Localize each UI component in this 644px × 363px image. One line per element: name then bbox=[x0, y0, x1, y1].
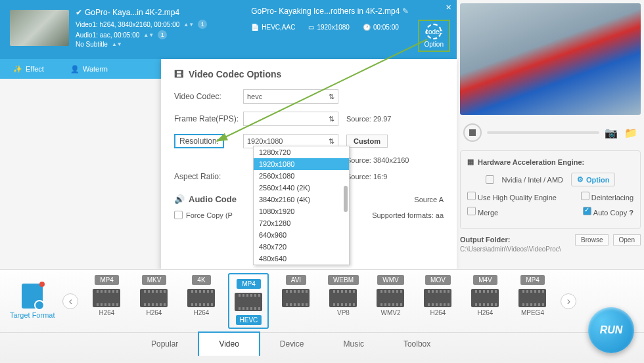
camera-icon[interactable]: 📷 bbox=[605, 127, 618, 139]
effect-button[interactable]: ✨ Effect bbox=[13, 65, 44, 74]
resolution-option[interactable]: 720x1280 bbox=[254, 217, 349, 229]
format-card[interactable]: MKVH264 bbox=[133, 273, 174, 329]
resolution-meta: ▭ 1920x1080 bbox=[308, 24, 350, 31]
format-card[interactable]: MP4MPEG4 bbox=[512, 273, 553, 329]
gear-icon: codec bbox=[426, 24, 442, 39]
audio-badge[interactable]: 1 bbox=[158, 30, 167, 39]
fps-source: Source: 29.97 bbox=[346, 115, 392, 123]
run-button[interactable]: RUN bbox=[588, 307, 634, 353]
tab-video[interactable]: Video bbox=[198, 331, 260, 356]
browse-button[interactable]: Browse bbox=[575, 234, 609, 246]
format-card[interactable]: WMVWMV2 bbox=[370, 273, 411, 329]
tab-toolbox[interactable]: Toolbox bbox=[384, 333, 450, 357]
speaker-icon: 🔊 bbox=[174, 194, 185, 204]
force-copy-checkbox[interactable] bbox=[174, 211, 183, 219]
video-badge[interactable]: 1 bbox=[198, 20, 207, 29]
hq-checkbox[interactable] bbox=[467, 192, 476, 200]
format-card[interactable]: 4KH264 bbox=[181, 273, 221, 329]
video-track-info: Video1: h264, 3840x2160, 00:05:00 bbox=[76, 21, 179, 28]
deint-checkbox[interactable] bbox=[581, 192, 589, 200]
updown-icon[interactable]: ▲▼ bbox=[183, 22, 194, 28]
resolution-option[interactable]: 2560x1080 bbox=[254, 170, 349, 182]
format-card[interactable]: MP4HEVC bbox=[228, 273, 269, 329]
resolution-option[interactable]: 640x960 bbox=[254, 229, 349, 241]
format-card[interactable]: MOVH264 bbox=[417, 273, 458, 329]
tab-device[interactable]: Device bbox=[260, 333, 324, 357]
vendor-label: Nvidia / Intel / AMD bbox=[502, 176, 564, 184]
vendor-checkbox[interactable] bbox=[486, 175, 494, 184]
target-format-label: Target Format bbox=[10, 284, 55, 319]
duration-meta: 🕐 00:05:00 bbox=[363, 24, 399, 31]
stop-button[interactable] bbox=[463, 123, 482, 142]
output-file-title: GoPro- Kayaking Ice...rothers in 4K-2.mp… bbox=[251, 7, 400, 16]
folder-icon[interactable]: 📁 bbox=[624, 127, 637, 139]
chip-icon: ▦ bbox=[467, 158, 474, 166]
format-card[interactable]: M4VH264 bbox=[465, 273, 505, 329]
seek-slider[interactable] bbox=[487, 131, 599, 134]
pencil-icon[interactable]: ✎ bbox=[402, 7, 409, 16]
watermark-button[interactable]: 👤 Waterm bbox=[70, 65, 108, 74]
resolution-option[interactable]: 1080x1920 bbox=[254, 205, 349, 217]
res-source: Source: 3840x2160 bbox=[346, 156, 409, 164]
fps-label: Frame Rate(FPS): bbox=[174, 114, 243, 123]
updown-icon[interactable]: ▲▼ bbox=[143, 32, 154, 38]
resolution-option[interactable]: 3840x2160 (4K) bbox=[254, 194, 349, 205]
source-header: ✔ GoPro- Kaya...in 4K-2.mp4 Video1: h264… bbox=[0, 0, 457, 59]
audio-track-info: Audio1: aac, 00:05:00 bbox=[76, 32, 139, 39]
format-card[interactable]: MP4H264 bbox=[86, 273, 127, 329]
tab-music[interactable]: Music bbox=[324, 333, 384, 357]
gear-icon: ⚙ bbox=[577, 175, 584, 184]
next-arrow[interactable]: › bbox=[561, 293, 576, 309]
aspect-source: Source: 16:9 bbox=[346, 173, 387, 181]
resolution-dropdown: 1280x7201920x10802560x10802560x1440 (2K)… bbox=[253, 146, 350, 265]
force-copy-label: Force Copy (P bbox=[186, 211, 233, 219]
resolution-option[interactable]: 1920x1080 bbox=[254, 158, 349, 170]
target-format-icon bbox=[22, 284, 43, 309]
output-path: C:\Users\admin\Videos\VideoProc\ bbox=[460, 246, 641, 253]
updown-icon[interactable]: ▲▼ bbox=[112, 41, 122, 47]
format-card[interactable]: AVI bbox=[275, 273, 316, 329]
help-icon[interactable]: ? bbox=[629, 209, 633, 217]
source-audio-label: Source A bbox=[414, 196, 444, 203]
resolution-option[interactable]: 1280x720 bbox=[254, 146, 349, 158]
subtitle-info: No Subtitle bbox=[76, 41, 108, 48]
hw-option-button[interactable]: ⚙ Option bbox=[571, 173, 615, 186]
merge-checkbox[interactable] bbox=[467, 207, 476, 215]
scrollbar[interactable] bbox=[344, 186, 348, 212]
supported-formats: Supported formats: aa bbox=[372, 211, 444, 219]
video-codec-label: Video Codec: bbox=[174, 92, 243, 101]
output-folder-label: Output Folder: bbox=[460, 236, 510, 244]
codec-meta: 📄 HEVC,AAC bbox=[251, 24, 295, 31]
hardware-panel: ▦ Hardware Acceleration Engine: Nvidia /… bbox=[460, 150, 641, 229]
autocopy-checkbox[interactable] bbox=[583, 207, 591, 215]
resolution-label: Resolution: bbox=[174, 137, 243, 146]
codec-option-button[interactable]: codec Option bbox=[418, 20, 450, 52]
resolution-option[interactable]: 480x720 bbox=[254, 241, 349, 253]
resolution-option[interactable]: 2560x1440 (2K) bbox=[254, 182, 349, 194]
close-icon[interactable]: ✕ bbox=[446, 3, 451, 12]
custom-button[interactable]: Custom bbox=[346, 135, 388, 148]
video-preview bbox=[460, 3, 641, 115]
aspect-label: Aspect Ratio: bbox=[174, 172, 243, 181]
video-codec-select[interactable]: hevc⇅ bbox=[243, 89, 338, 104]
prev-arrow[interactable]: ‹ bbox=[62, 293, 78, 309]
format-bar: Target Format ‹ MP4H264MKVH2644KH264MP4H… bbox=[0, 269, 644, 363]
fps-select[interactable]: ⇅ bbox=[243, 112, 338, 126]
film-icon: 🎞 bbox=[174, 69, 183, 79]
format-card[interactable]: WEBMVP8 bbox=[323, 273, 363, 329]
file1-title: GoPro- Kaya...in 4K-2.mp4 bbox=[85, 8, 179, 17]
resolution-option[interactable]: 480x640 bbox=[254, 253, 349, 265]
tab-popular[interactable]: Popular bbox=[131, 333, 198, 357]
check-icon: ✔ bbox=[76, 8, 82, 17]
source-thumbnail bbox=[10, 10, 69, 46]
open-button[interactable]: Open bbox=[613, 234, 641, 246]
